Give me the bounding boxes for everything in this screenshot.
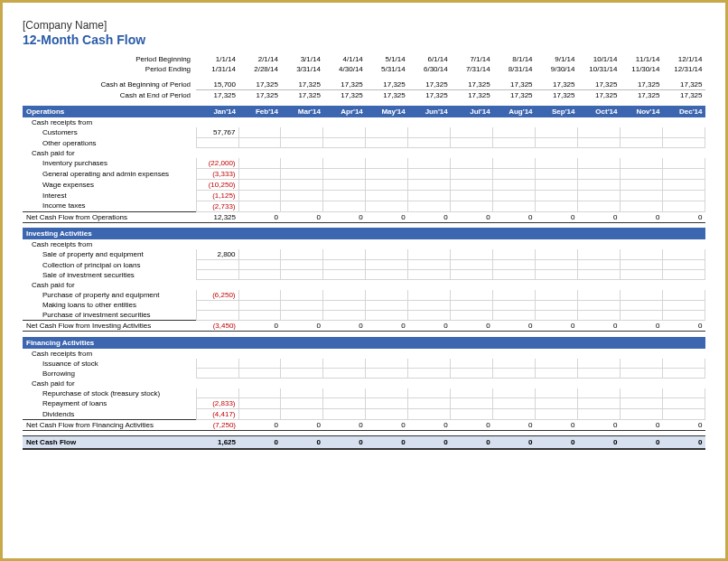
month-header: Apr'14: [323, 106, 366, 117]
net-row: Net Cash Flow from Investing Activities: [23, 321, 196, 332]
data-cell: [238, 190, 281, 201]
data-cell: [493, 359, 536, 369]
data-cell: [451, 138, 493, 148]
data-cell: [281, 158, 323, 169]
data-cell: 17,325: [281, 90, 323, 101]
data-cell: 0: [408, 436, 451, 450]
month-header: [366, 337, 408, 349]
data-cell: [196, 148, 238, 158]
data-cell: [662, 148, 705, 158]
data-cell: [536, 117, 578, 127]
data-cell: [408, 270, 451, 280]
data-cell: [238, 369, 281, 379]
data-cell: [662, 158, 705, 169]
month-header: [408, 228, 451, 239]
data-cell: 0: [578, 321, 621, 332]
data-cell: [366, 168, 408, 179]
month-header: [578, 228, 621, 239]
data-cell: [238, 127, 281, 138]
data-cell: [408, 359, 451, 369]
data-cell: [451, 127, 493, 138]
data-cell: [238, 409, 281, 420]
data-cell: 0: [536, 321, 578, 332]
net-row: Net Cash Flow from Financing Activities: [23, 420, 196, 431]
data-cell: [238, 270, 281, 280]
data-cell: [323, 117, 366, 127]
data-cell: [323, 388, 366, 398]
data-cell: [366, 249, 408, 260]
data-cell: 0: [493, 436, 536, 450]
data-cell: [323, 158, 366, 169]
data-cell: [366, 179, 408, 190]
page-title: 12-Month Cash Flow: [23, 33, 705, 47]
data-cell: 7/31/14: [451, 64, 493, 74]
data-cell: [578, 249, 621, 260]
data-cell: [281, 280, 323, 290]
data-cell: [620, 190, 662, 201]
month-header: Oct'14: [578, 106, 621, 117]
data-cell: [451, 117, 493, 127]
data-cell: 0: [662, 420, 705, 431]
data-cell: [578, 201, 621, 211]
data-cell: [323, 190, 366, 201]
data-cell: 17,325: [408, 90, 451, 101]
line-item: Dividends: [23, 409, 196, 420]
data-cell: [662, 300, 705, 310]
data-cell: [662, 310, 705, 321]
data-cell: [408, 239, 451, 249]
data-cell: [366, 359, 408, 369]
data-cell: 0: [238, 420, 281, 431]
data-cell: 0: [408, 211, 451, 222]
data-cell: [196, 369, 238, 379]
data-cell: [578, 117, 621, 127]
data-cell: [493, 127, 536, 138]
data-cell: [451, 280, 493, 290]
data-cell: [620, 388, 662, 398]
data-cell: [493, 300, 536, 310]
data-cell: [323, 239, 366, 249]
data-cell: [578, 270, 621, 280]
data-cell: [578, 290, 621, 301]
data-cell: [323, 379, 366, 388]
data-cell: [238, 260, 281, 270]
data-cell: [281, 138, 323, 148]
data-cell: 12/1/14: [662, 54, 705, 64]
data-cell: [578, 190, 621, 201]
data-cell: [408, 409, 451, 420]
month-header: [281, 337, 323, 349]
data-cell: [662, 249, 705, 260]
line-item: Repayment of loans: [23, 398, 196, 409]
data-cell: [281, 201, 323, 211]
data-cell: [281, 249, 323, 260]
data-cell: 17,325: [493, 90, 536, 101]
data-cell: [578, 239, 621, 249]
data-cell: [536, 168, 578, 179]
data-cell: [620, 379, 662, 388]
cash-end: Cash at End of Period: [23, 90, 196, 101]
data-cell: [196, 239, 238, 249]
month-header: [323, 228, 366, 239]
data-cell: 8/31/14: [493, 64, 536, 74]
period-end: Period Ending: [23, 64, 196, 74]
line-item: Purchase of property and equipment: [23, 290, 196, 301]
data-cell: [238, 201, 281, 211]
data-cell: [620, 249, 662, 260]
data-cell: 3/1/14: [281, 54, 323, 64]
data-cell: [366, 290, 408, 301]
data-cell: 0: [578, 420, 621, 431]
data-cell: [238, 117, 281, 127]
data-cell: 0: [578, 211, 621, 222]
net-cash-flow: Net Cash Flow: [23, 436, 196, 450]
data-cell: (7,250): [196, 420, 238, 431]
data-cell: [451, 168, 493, 179]
data-cell: [323, 148, 366, 158]
data-cell: [493, 349, 536, 359]
data-cell: [238, 249, 281, 260]
data-cell: 12/31/14: [662, 64, 705, 74]
data-cell: 17,325: [536, 79, 578, 90]
data-cell: [578, 148, 621, 158]
data-cell: [620, 201, 662, 211]
data-cell: [196, 310, 238, 321]
line-item: Inventory purchases: [23, 158, 196, 169]
data-cell: 17,325: [662, 79, 705, 90]
